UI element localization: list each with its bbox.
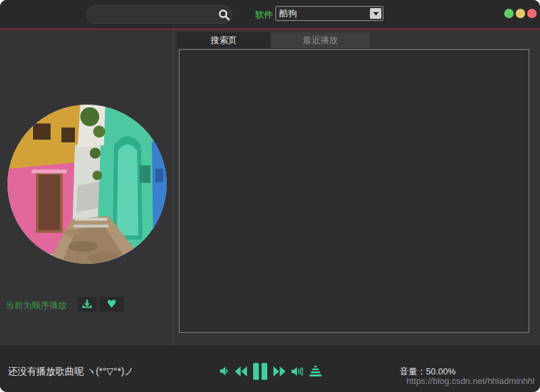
watermark-text: https://blog.csdn.net/hhladminhhl — [406, 376, 535, 386]
tab-search-page[interactable]: 搜索页 — [177, 32, 271, 48]
search-input[interactable] — [87, 9, 218, 20]
chevron-down-icon[interactable] — [370, 8, 381, 19]
software-select[interactable]: 酷狗 — [275, 6, 383, 21]
search-results-panel — [179, 49, 529, 333]
pause-button[interactable] — [253, 363, 267, 380]
play-mode-text: 当前为顺序播放 — [5, 300, 67, 312]
search-box[interactable] — [86, 5, 232, 24]
volume-up-icon — [292, 366, 303, 376]
rewind-icon — [235, 366, 247, 376]
software-label: 软件 — [255, 9, 273, 21]
playback-controls — [220, 361, 322, 381]
software-select-value: 酷狗 — [276, 7, 370, 20]
volume-down-icon — [220, 366, 229, 376]
volume-up-button[interactable] — [292, 366, 303, 376]
volume-down-button[interactable] — [220, 366, 229, 376]
music-player-window: 软件 酷狗 — [0, 0, 540, 392]
yellow-dot-button[interactable] — [516, 9, 525, 18]
top-bar: 软件 酷狗 — [0, 0, 540, 28]
tab-recently-played[interactable]: 最近播放 — [271, 32, 370, 48]
panel-divider — [173, 30, 174, 345]
red-dot-button[interactable] — [527, 9, 537, 18]
album-art — [7, 105, 167, 264]
download-button[interactable] — [78, 297, 97, 312]
equalizer-button[interactable] — [309, 366, 322, 377]
favorite-button[interactable]: ♥ — [99, 297, 124, 312]
download-icon — [82, 300, 92, 310]
fast-forward-icon — [273, 366, 286, 376]
heart-icon: ♥ — [107, 299, 116, 310]
equalizer-icon — [309, 366, 322, 377]
fast-forward-button[interactable] — [273, 366, 286, 376]
pause-icon — [253, 363, 267, 380]
rewind-button[interactable] — [235, 366, 247, 376]
main-area: 当前为顺序播放 ♥ 搜索页 最近播放 — [0, 30, 540, 345]
player-bar: 还没有播放歌曲呢 ヽ(*°▽°*)ノ — [0, 345, 540, 392]
tab-bar: 搜索页 最近播放 — [177, 32, 370, 48]
green-dot-button[interactable] — [504, 9, 514, 18]
search-icon[interactable] — [218, 9, 230, 21]
now-playing-status: 还没有播放歌曲呢 ヽ(*°▽°*)ノ — [8, 366, 134, 378]
window-buttons — [504, 9, 537, 18]
